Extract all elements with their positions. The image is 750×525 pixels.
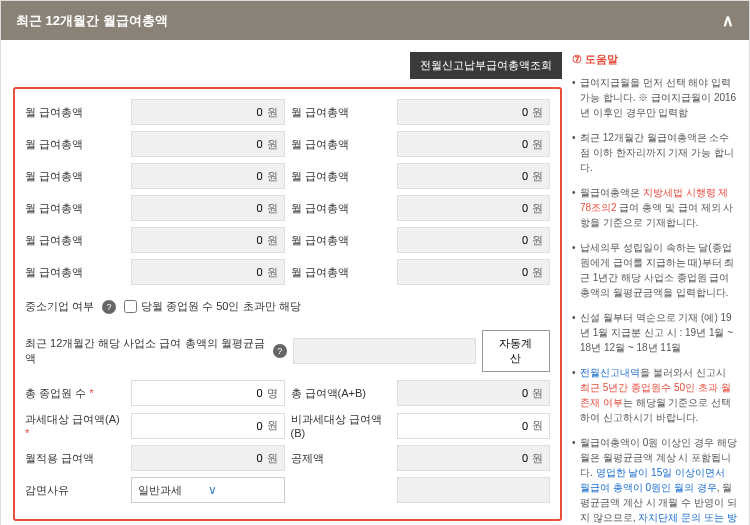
salary-input-8[interactable]: 원 xyxy=(397,195,551,221)
total-pay-input[interactable]: 원 xyxy=(397,380,551,406)
salary-input-7[interactable]: 원 xyxy=(131,195,285,221)
salary-input-9[interactable]: 원 xyxy=(131,227,285,253)
reduction-reason-select[interactable]: 일반과세 ∨ xyxy=(131,477,285,503)
help-item: 월급여총액이 0원 이상인 경우 해당 월은 월평균금액 계상 시 포함됩니다.… xyxy=(572,435,737,525)
reduction-reason-label: 감면사유 xyxy=(25,483,125,498)
total-pay-label: 총 급여액(A+B) xyxy=(291,386,391,401)
help-item: 급여지급월을 먼저 선택 해야 입력 가능 합니다. ※ 급여지급월이 2016… xyxy=(572,75,737,120)
panel-header: 최근 12개월간 월급여총액 ∧ xyxy=(1,1,749,40)
taxable-pay-label: 과세대상 급여액(A) * xyxy=(25,412,125,439)
salary-label: 월 급여총액 xyxy=(25,105,125,120)
help-item: 신설 월부터 역순으로 기재 (예) 19년 1월 지급분 신고 시 : 19년… xyxy=(572,310,737,355)
main-form-panel: 월 급여총액 원 월 급여총액 원 월 급여총액 원 월 급여총액 xyxy=(13,87,562,521)
help-icon[interactable]: ? xyxy=(273,344,287,358)
salary-label: 월 급여총액 xyxy=(291,105,391,120)
help-item: 최근 12개월간 월급여총액은 소수점 이하 한자리까지 기재 가능 합니다. xyxy=(572,130,737,175)
salary-input-12[interactable]: 원 xyxy=(397,259,551,285)
prev-report-lookup-button[interactable]: 전월신고납부급여총액조회 xyxy=(410,52,562,79)
monthly-pay-input[interactable]: 원 xyxy=(131,445,285,471)
extra-input[interactable] xyxy=(397,477,551,503)
salary-input-1[interactable]: 원 xyxy=(131,99,285,125)
total-employees-label: 총 종업원 수 * xyxy=(25,386,125,401)
help-panel: ⑦ 도움말 급여지급월을 먼저 선택 해야 입력 가능 합니다. ※ 급여지급월… xyxy=(572,52,737,525)
nontaxable-pay-input[interactable]: 원 xyxy=(397,413,551,439)
help-item: 월급여총액은 지방세법 시행령 제78조의2 급여 총액 및 급여 제외 사항을… xyxy=(572,185,737,230)
sme-label: 중소기업 여부 xyxy=(25,299,94,314)
nontaxable-pay-label: 비과세대상 급여액(B) xyxy=(291,412,391,439)
total-employees-input[interactable]: 명 xyxy=(131,380,285,406)
help-item: 전월신고내역을 불러와서 신고시 최근 5년간 종업원수 50인 초과 월 존재… xyxy=(572,365,737,425)
salary-input-3[interactable]: 원 xyxy=(131,131,285,157)
avg-input[interactable] xyxy=(293,338,476,364)
deduction-input[interactable]: 원 xyxy=(397,445,551,471)
salary-input-4[interactable]: 원 xyxy=(397,131,551,157)
sme-checkbox[interactable] xyxy=(124,300,137,313)
salary-input-11[interactable]: 원 xyxy=(131,259,285,285)
panel-title: 최근 12개월간 월급여총액 xyxy=(16,12,168,30)
salary-input-2[interactable]: 원 xyxy=(397,99,551,125)
monthly-pay-label: 월적용 급여액 xyxy=(25,451,125,466)
avg-label: 최근 12개월간 해당 사업소 급여 총액의 월평균금액 xyxy=(25,336,267,366)
help-icon[interactable]: ? xyxy=(102,300,116,314)
chevron-up-icon[interactable]: ∧ xyxy=(722,11,734,30)
taxable-pay-input[interactable]: 원 xyxy=(131,413,285,439)
help-item: 납세의무 성립일이 속하는 달(종업원에게 급여를 지급하는 때)부터 최근 1… xyxy=(572,240,737,300)
sme-checkbox-label: 당월 종업원 수 50인 초과만 해당 xyxy=(141,299,301,314)
help-title: ⑦ 도움말 xyxy=(572,52,737,67)
salary-input-5[interactable]: 원 xyxy=(131,163,285,189)
salary-input-10[interactable]: 원 xyxy=(397,227,551,253)
salary-input-6[interactable]: 원 xyxy=(397,163,551,189)
chevron-down-icon: ∨ xyxy=(208,483,278,497)
auto-calc-button[interactable]: 자동계산 xyxy=(482,330,550,372)
deduction-label: 공제액 xyxy=(291,451,391,466)
